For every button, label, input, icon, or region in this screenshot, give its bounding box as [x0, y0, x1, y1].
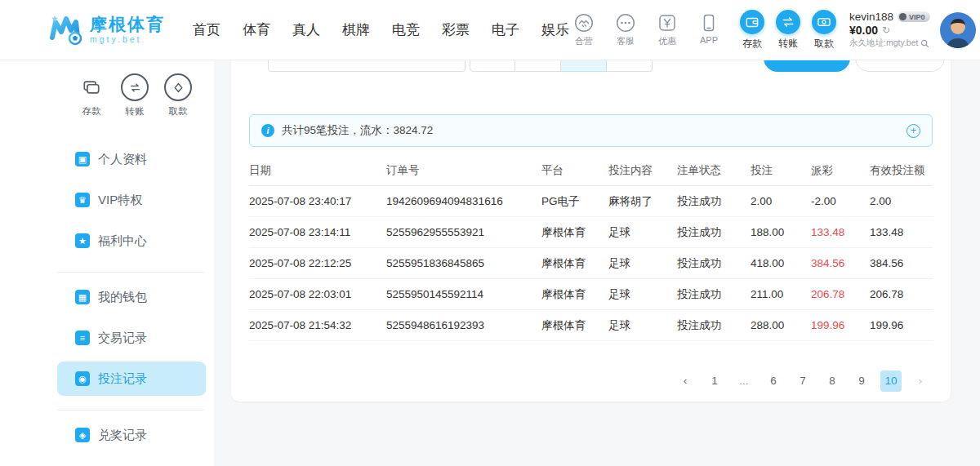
cell-content: 麻将胡了 [608, 186, 677, 217]
transactions-icon: ≡ [75, 331, 90, 345]
quick-range-button[interactable] [515, 60, 561, 72]
bet-table-head: 日期订单号平台投注内容注单状态投注派彩有效投注额 [249, 155, 933, 186]
screen: 摩根体育 mgty.bet 首页体育真人棋牌电竞彩票电子娱乐 合营 客服 [0, 0, 980, 466]
column-header-7: 有效投注额 [870, 155, 933, 186]
cell-content: 足球 [608, 279, 677, 310]
wallet-action-label: 取款 [814, 37, 834, 51]
quick-link-label: 客服 [617, 35, 635, 47]
quick-link-promo[interactable]: 优惠 [653, 13, 682, 47]
sidebar-item-profile[interactable]: ▣个人资料 [57, 142, 206, 176]
cell-status: 投注成功 [677, 279, 751, 310]
promo-icon [657, 13, 677, 33]
wallet-icon: ▦ [75, 290, 90, 304]
sidebar-divider [57, 272, 204, 273]
sidebar-item-wallet[interactable]: ▦我的钱包 [57, 280, 206, 314]
balance-amount: ¥0.00 [849, 24, 878, 37]
cell-date: 2025-07-08 22:03:01 [249, 279, 386, 310]
quick-link-app[interactable]: APP [694, 13, 724, 47]
quick-link-label: APP [700, 35, 718, 45]
sidebar-item-welfare[interactable]: ★福利中心 [57, 224, 206, 258]
search-button[interactable] [764, 60, 850, 72]
nav-item-4[interactable]: 电竞 [392, 20, 420, 39]
nav-item-1[interactable]: 体育 [243, 20, 270, 39]
pagination-page-9[interactable]: 9 [851, 371, 872, 392]
vip-badge[interactable]: VIP0 [898, 11, 930, 22]
quick-link-service[interactable]: 客服 [611, 13, 640, 47]
pagination: ‹1...678910› [251, 371, 931, 392]
cell-bet: 288.00 [751, 310, 811, 341]
sidebar-divider [57, 410, 204, 411]
cell-status: 投注成功 [677, 248, 751, 279]
bet-table-body: 2025-07-08 23:40:171942609694094831616PG… [249, 186, 933, 341]
pagination-page-7[interactable]: 7 [792, 371, 813, 392]
cell-valid: 384.56 [870, 248, 933, 279]
avatar[interactable] [940, 12, 976, 48]
pagination-page-10[interactable]: 10 [880, 371, 902, 392]
quick-range-button[interactable] [607, 60, 653, 72]
quick-range-button-selected[interactable] [561, 60, 607, 72]
sidebar-item-label: 兑奖记录 [98, 428, 147, 443]
sidebar-item-vip[interactable]: ♛VIP特权 [57, 183, 206, 217]
main-nav: 首页体育真人棋牌电竞彩票电子娱乐 [193, 20, 569, 39]
withdraw-icon [164, 73, 192, 101]
nav-item-2[interactable]: 真人 [292, 20, 320, 39]
sidebar-item-transactions[interactable]: ≡交易记录 [57, 321, 206, 355]
user-block: kevin188 VIP0 ¥0.00 ↻ 永久地址:mgty.bet [849, 11, 930, 49]
sidebar-item-label: 投注记录 [98, 371, 147, 387]
summary-text: 共计95笔投注，流水：3824.72 [282, 123, 433, 138]
table-row: 2025-07-08 22:12:255255951836845865摩根体育足… [249, 248, 933, 279]
cell-platform: PG电子 [541, 186, 608, 217]
sidebar-item-bets[interactable]: ◉投注记录 [57, 362, 206, 396]
reset-button[interactable] [855, 60, 945, 72]
cell-order: 1942609694094831616 [386, 186, 541, 217]
withdraw-button[interactable]: 取款 [812, 10, 836, 51]
sidebar-withdraw-shortcut[interactable]: 取款 [162, 73, 194, 118]
deposit-button[interactable]: 存款 [740, 10, 764, 51]
logo-icon [47, 12, 83, 48]
service-icon [616, 13, 635, 33]
pagination-page-1[interactable]: 1 [704, 371, 725, 392]
magnifier-icon[interactable] [920, 39, 929, 48]
column-header-1: 订单号 [386, 155, 541, 186]
cell-payout: -2.00 [811, 186, 870, 217]
table-row: 2025-07-08 23:14:115255962955553921摩根体育足… [249, 217, 933, 248]
site-logo[interactable]: 摩根体育 mgty.bet [47, 12, 165, 48]
nav-item-5[interactable]: 彩票 [442, 20, 470, 39]
date-range-input[interactable] [268, 60, 466, 72]
table-row: 2025-07-08 21:54:325255948616192393摩根体育足… [249, 310, 933, 341]
vip-icon: ♛ [75, 193, 90, 207]
quick-link-label: 优惠 [658, 35, 676, 47]
deposit-icon [78, 73, 105, 101]
app-icon [699, 13, 719, 33]
deposit-icon [740, 10, 764, 34]
welfare-icon: ★ [75, 233, 90, 248]
pagination-next[interactable]: › [910, 371, 931, 392]
cell-date: 2025-07-08 21:54:32 [249, 310, 386, 341]
sidebar-item-label: 福利中心 [98, 233, 147, 249]
pagination-page-6[interactable]: 6 [763, 371, 784, 392]
username: kevin188 [849, 11, 893, 23]
cell-order: 5255950145592114 [386, 279, 541, 310]
expand-plus-icon[interactable]: + [906, 124, 920, 138]
cell-bet: 188.00 [751, 217, 811, 248]
transfer-icon [776, 10, 800, 34]
pagination-page-8[interactable]: 8 [822, 371, 843, 392]
cell-valid: 133.48 [870, 217, 933, 248]
nav-item-3[interactable]: 棋牌 [342, 20, 370, 39]
quick-link-partner[interactable]: 合营 [569, 13, 599, 47]
main-content: i 共计95笔投注，流水：3824.72 + 日期订单号平台投注内容注单状态投注… [214, 60, 980, 466]
sidebar-deposit-shortcut[interactable]: 存款 [75, 73, 108, 118]
cell-platform: 摩根体育 [541, 279, 608, 310]
cell-status: 投注成功 [677, 217, 751, 248]
sidebar-transfer-shortcut[interactable]: 转账 [118, 73, 151, 118]
cell-date: 2025-07-08 23:14:11 [249, 217, 386, 248]
refresh-balance-icon[interactable]: ↻ [882, 24, 890, 36]
nav-item-6[interactable]: 电子 [492, 20, 519, 39]
sidebar-item-redeem[interactable]: ◈兑奖记录 [57, 418, 206, 452]
quick-range-button[interactable] [470, 60, 515, 72]
pagination-prev[interactable]: ‹ [675, 371, 696, 392]
nav-item-0[interactable]: 首页 [193, 20, 220, 39]
transfer-button[interactable]: 转账 [776, 10, 800, 51]
nav-item-7[interactable]: 娱乐 [541, 20, 569, 39]
sidebar-item-label: 我的钱包 [98, 290, 147, 305]
